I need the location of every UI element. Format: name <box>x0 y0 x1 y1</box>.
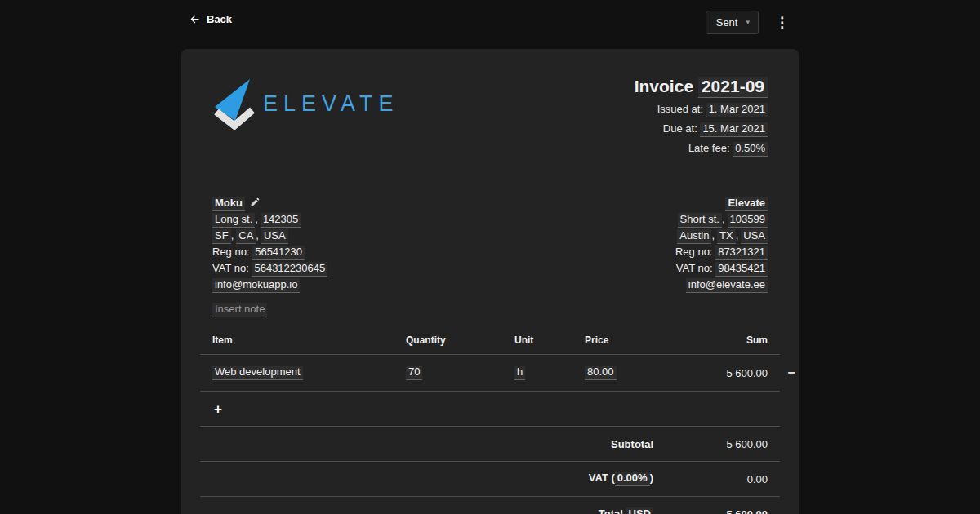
separator: , <box>736 229 739 241</box>
item-sum-value: 5 600.00 <box>666 367 768 379</box>
seller-reg-field[interactable]: 87321321 <box>715 246 768 260</box>
client-vat-field[interactable]: 564312230645 <box>252 262 327 277</box>
note-row: Insert note <box>212 303 768 317</box>
elevate-logo-icon <box>212 78 255 130</box>
invoice-title: Invoice 2021-09 <box>635 76 768 98</box>
add-row-button[interactable]: + <box>212 402 224 416</box>
topbar-actions: Sent ▾ ⋮ <box>706 11 792 34</box>
client-street-field[interactable]: Long st. <box>212 213 255 228</box>
parties-section: Moku Long st.,142305 SF,CA,USA Reg no: 5… <box>212 195 768 293</box>
client-address-line2: SF,CA,USA <box>212 228 327 244</box>
currency-field[interactable]: USD <box>626 507 653 514</box>
seller-city-field[interactable]: Austin <box>677 229 711 244</box>
seller-country-field[interactable]: USA <box>741 229 768 244</box>
due-at-field[interactable]: 15. Mar 2021 <box>700 122 768 137</box>
seller-name-field[interactable]: Elevate <box>725 197 768 211</box>
brand-logo: ELEVATE <box>212 78 399 130</box>
item-name-field[interactable]: Web development <box>212 366 303 380</box>
late-fee-field[interactable]: 0.50% <box>733 142 768 157</box>
invoice-number-field[interactable]: 2021-09 <box>698 77 768 98</box>
seller-name-line: Elevate <box>675 195 768 211</box>
seller-reg-label: Reg no: <box>675 246 713 258</box>
item-unit-field[interactable]: h <box>514 366 525 380</box>
column-header-price: Price <box>585 335 666 346</box>
vat-label-prefix: VAT ( <box>589 472 615 484</box>
invoice-header: ELEVATE Invoice 2021-09 Issued at: 1. Ma… <box>212 76 768 157</box>
separator: , <box>711 229 715 241</box>
status-dropdown-value: Sent <box>716 16 738 29</box>
client-city-field[interactable]: SF <box>212 229 231 244</box>
seller-street-field[interactable]: Short st. <box>678 213 722 228</box>
separator: , <box>231 229 234 241</box>
vat-value: 0.00 <box>653 473 768 485</box>
client-vat-line: VAT no: 564312230645 <box>212 260 327 277</box>
subtotal-row: Subtotal 5 600.00 <box>200 427 780 462</box>
late-fee-label: Late fee: <box>688 142 730 154</box>
edit-pencil-icon[interactable] <box>250 197 261 207</box>
separator: , <box>255 213 258 225</box>
remove-row-button[interactable]: − <box>783 366 800 379</box>
client-block: Moku Long st.,142305 SF,CA,USA Reg no: 5… <box>212 195 327 293</box>
column-header-sum: Sum <box>666 335 768 346</box>
add-row-section: + <box>200 392 780 427</box>
seller-vat-label: VAT no: <box>676 262 713 274</box>
client-address-line1: Long st.,142305 <box>212 211 327 228</box>
client-email-line: info@mokuapp.io <box>212 277 327 293</box>
line-items-table: Item Quantity Unit Price Sum Web develop… <box>200 330 780 514</box>
seller-reg-line: Reg no: 87321321 <box>675 244 768 260</box>
kebab-menu-button[interactable]: ⋮ <box>772 14 792 31</box>
client-email-field[interactable]: info@mokuapp.io <box>212 278 300 293</box>
invoice-title-prefix: Invoice <box>635 77 693 95</box>
table-row: Web development 70 h 80.00 5 600.00 − <box>200 355 780 392</box>
issued-at-field[interactable]: 1. Mar 2021 <box>706 103 768 117</box>
insert-note-field[interactable]: Insert note <box>212 303 267 317</box>
seller-vat-line: VAT no: 98435421 <box>675 260 768 277</box>
seller-vat-field[interactable]: 98435421 <box>715 262 768 277</box>
vat-rate-field[interactable]: 0.00% <box>615 472 650 486</box>
due-at-label: Due at: <box>663 122 697 135</box>
seller-address-line2: Austin,TX,USA <box>675 228 768 244</box>
seller-email-field[interactable]: info@elevate.ee <box>686 278 768 293</box>
total-row: Total USD 5 600.00 <box>200 497 780 514</box>
client-zip-field[interactable]: 142305 <box>261 213 301 228</box>
column-header-unit: Unit <box>514 335 585 346</box>
invoice-card: ELEVATE Invoice 2021-09 Issued at: 1. Ma… <box>181 49 799 514</box>
seller-address-line1: Short st.,103599 <box>675 211 768 228</box>
column-header-quantity: Quantity <box>406 335 514 346</box>
item-quantity-field[interactable]: 70 <box>406 366 422 380</box>
client-reg-field[interactable]: 56541230 <box>252 246 305 260</box>
client-reg-line: Reg no: 56541230 <box>212 244 327 260</box>
column-header-item: Item <box>212 335 406 346</box>
subtotal-label: Subtotal <box>611 438 653 450</box>
seller-block: Elevate Short st.,103599 Austin,TX,USA R… <box>675 195 768 293</box>
late-fee-line: Late fee: 0.50% <box>635 141 768 157</box>
issued-at-label: Issued at: <box>657 103 703 115</box>
subtotal-value: 5 600.00 <box>653 438 768 450</box>
seller-email-line: info@elevate.ee <box>675 277 768 293</box>
item-price-field[interactable]: 80.00 <box>585 366 617 380</box>
client-vat-label: VAT no: <box>212 262 249 274</box>
client-reg-label: Reg no: <box>212 246 250 258</box>
issued-at-line: Issued at: 1. Mar 2021 <box>635 102 768 117</box>
client-state-field[interactable]: CA <box>236 229 256 244</box>
separator: , <box>722 213 725 225</box>
total-value: 5 600.00 <box>653 508 768 514</box>
seller-state-field[interactable]: TX <box>717 229 736 244</box>
separator: , <box>256 229 259 241</box>
back-button[interactable]: Back <box>189 13 232 25</box>
table-header: Item Quantity Unit Price Sum <box>200 330 780 355</box>
client-country-field[interactable]: USA <box>261 229 288 244</box>
seller-zip-field[interactable]: 103599 <box>728 213 768 228</box>
brand-name: ELEVATE <box>263 91 399 117</box>
vat-row: VAT (0.00%) 0.00 <box>200 462 780 497</box>
client-name-field[interactable]: Moku <box>212 197 245 211</box>
arrow-left-icon <box>189 13 201 25</box>
client-name-line: Moku <box>212 195 327 211</box>
invoice-meta: Invoice 2021-09 Issued at: 1. Mar 2021 D… <box>635 76 768 157</box>
status-dropdown[interactable]: Sent ▾ <box>706 11 759 34</box>
back-label: Back <box>207 13 232 25</box>
due-at-line: Due at: 15. Mar 2021 <box>635 122 768 137</box>
total-label: Total <box>599 507 623 514</box>
topbar: Back Sent ▾ ⋮ <box>0 0 980 46</box>
chevron-down-icon: ▾ <box>746 19 750 26</box>
